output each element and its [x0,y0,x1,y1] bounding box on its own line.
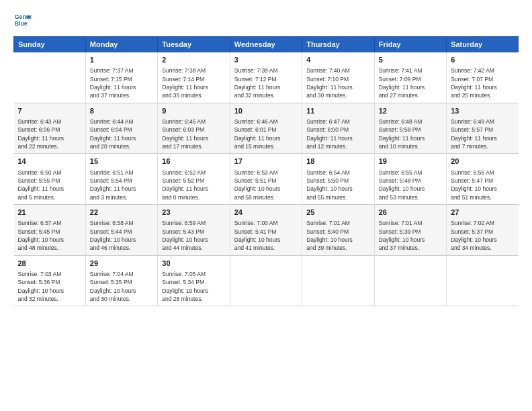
col-header-wednesday: Wednesday [230,37,302,52]
header-row: SundayMondayTuesdayWednesdayThursdayFrid… [14,37,519,52]
calendar-cell: 26Sunrise: 7:01 AM Sunset: 5:39 PM Dayli… [374,204,446,255]
cell-info: Sunrise: 7:01 AM Sunset: 5:40 PM Dayligh… [306,219,369,252]
week-row-5: 28Sunrise: 7:03 AM Sunset: 5:36 PM Dayli… [14,255,519,306]
calendar-cell [374,255,446,306]
day-number: 16 [162,156,225,167]
cell-info: Sunrise: 7:03 AM Sunset: 5:36 PM Dayligh… [18,270,81,303]
col-header-monday: Monday [85,37,157,52]
day-number: 14 [18,156,81,167]
day-number: 8 [90,106,153,116]
day-number: 19 [379,156,442,167]
calendar-cell: 27Sunrise: 7:02 AM Sunset: 5:37 PM Dayli… [447,204,519,255]
day-number: 27 [451,208,514,218]
day-number: 7 [18,106,81,116]
calendar-cell: 7Sunrise: 6:43 AM Sunset: 6:06 PM Daylig… [14,103,86,154]
day-number: 1 [90,55,153,65]
calendar-cell: 24Sunrise: 7:00 AM Sunset: 5:41 PM Dayli… [230,204,302,255]
calendar-table: SundayMondayTuesdayWednesdayThursdayFrid… [13,36,519,306]
day-number: 30 [162,259,225,269]
logo: General Blue [13,11,34,30]
calendar-cell: 30Sunrise: 7:05 AM Sunset: 5:34 PM Dayli… [158,255,230,306]
calendar-cell [302,255,374,306]
header: General Blue [13,11,519,30]
col-header-tuesday: Tuesday [158,37,230,52]
cell-info: Sunrise: 6:47 AM Sunset: 6:00 PM Dayligh… [306,118,369,150]
calendar-cell: 20Sunrise: 6:56 AM Sunset: 5:47 PM Dayli… [447,154,519,205]
calendar-cell: 12Sunrise: 6:48 AM Sunset: 5:58 PM Dayli… [374,103,446,154]
day-number: 25 [306,208,369,218]
cell-info: Sunrise: 6:58 AM Sunset: 5:44 PM Dayligh… [90,219,153,252]
calendar-cell [447,255,519,306]
cell-info: Sunrise: 6:57 AM Sunset: 5:45 PM Dayligh… [18,219,81,252]
day-number: 18 [306,156,369,167]
calendar-cell: 29Sunrise: 7:04 AM Sunset: 5:35 PM Dayli… [85,255,157,306]
cell-info: Sunrise: 6:54 AM Sunset: 5:50 PM Dayligh… [306,169,369,201]
day-number: 28 [18,259,81,269]
week-row-4: 21Sunrise: 6:57 AM Sunset: 5:45 PM Dayli… [14,204,519,255]
cell-info: Sunrise: 6:44 AM Sunset: 6:04 PM Dayligh… [90,118,153,150]
calendar-cell: 11Sunrise: 6:47 AM Sunset: 6:00 PM Dayli… [302,103,374,154]
cell-info: Sunrise: 6:52 AM Sunset: 5:52 PM Dayligh… [162,169,225,201]
day-number: 4 [306,55,369,65]
cell-info: Sunrise: 7:00 AM Sunset: 5:41 PM Dayligh… [234,219,298,252]
week-row-1: 1Sunrise: 7:37 AM Sunset: 7:15 PM Daylig… [14,52,519,103]
day-number: 17 [234,156,298,167]
calendar-cell: 22Sunrise: 6:58 AM Sunset: 5:44 PM Dayli… [85,204,157,255]
calendar-cell: 16Sunrise: 6:52 AM Sunset: 5:52 PM Dayli… [158,154,230,205]
cell-info: Sunrise: 7:04 AM Sunset: 5:35 PM Dayligh… [90,270,153,303]
cell-info: Sunrise: 6:45 AM Sunset: 6:03 PM Dayligh… [162,118,225,150]
cell-info: Sunrise: 7:01 AM Sunset: 5:39 PM Dayligh… [379,219,442,252]
calendar-cell: 3Sunrise: 7:39 AM Sunset: 7:12 PM Daylig… [230,52,302,103]
cell-info: Sunrise: 7:02 AM Sunset: 5:37 PM Dayligh… [451,219,514,252]
calendar-cell: 14Sunrise: 6:50 AM Sunset: 5:55 PM Dayli… [14,154,86,205]
day-number: 26 [379,208,442,218]
calendar-cell: 19Sunrise: 6:55 AM Sunset: 5:48 PM Dayli… [374,154,446,205]
calendar-cell: 1Sunrise: 7:37 AM Sunset: 7:15 PM Daylig… [85,52,157,103]
calendar-cell: 8Sunrise: 6:44 AM Sunset: 6:04 PM Daylig… [85,103,157,154]
calendar-cell: 6Sunrise: 7:42 AM Sunset: 7:07 PM Daylig… [447,52,519,103]
day-number: 10 [234,106,298,116]
day-number: 13 [451,106,514,116]
calendar-cell: 9Sunrise: 6:45 AM Sunset: 6:03 PM Daylig… [158,103,230,154]
cell-info: Sunrise: 6:53 AM Sunset: 5:51 PM Dayligh… [234,169,298,201]
day-number: 12 [379,106,442,116]
day-number: 24 [234,208,298,218]
day-number: 6 [451,55,514,65]
cell-info: Sunrise: 6:48 AM Sunset: 5:58 PM Dayligh… [379,118,442,150]
cell-info: Sunrise: 6:51 AM Sunset: 5:54 PM Dayligh… [90,169,153,201]
calendar-cell: 15Sunrise: 6:51 AM Sunset: 5:54 PM Dayli… [85,154,157,205]
day-number: 15 [90,156,153,167]
day-number: 3 [234,55,298,65]
cell-info: Sunrise: 6:50 AM Sunset: 5:55 PM Dayligh… [18,169,81,201]
calendar-cell: 4Sunrise: 7:40 AM Sunset: 7:10 PM Daylig… [302,52,374,103]
cell-info: Sunrise: 6:59 AM Sunset: 5:43 PM Dayligh… [162,219,225,252]
day-number: 23 [162,208,225,218]
calendar-cell: 28Sunrise: 7:03 AM Sunset: 5:36 PM Dayli… [14,255,86,306]
cell-info: Sunrise: 6:55 AM Sunset: 5:48 PM Dayligh… [379,169,442,201]
page: General Blue SundayMondayTuesdayWednesda… [0,0,532,411]
calendar-cell: 10Sunrise: 6:46 AM Sunset: 6:01 PM Dayli… [230,103,302,154]
cell-info: Sunrise: 7:37 AM Sunset: 7:15 PM Dayligh… [90,66,153,99]
week-row-2: 7Sunrise: 6:43 AM Sunset: 6:06 PM Daylig… [14,103,519,154]
day-number: 2 [162,55,225,65]
col-header-saturday: Saturday [447,37,519,52]
calendar-cell: 21Sunrise: 6:57 AM Sunset: 5:45 PM Dayli… [14,204,86,255]
calendar-cell: 2Sunrise: 7:38 AM Sunset: 7:14 PM Daylig… [158,52,230,103]
calendar-cell: 17Sunrise: 6:53 AM Sunset: 5:51 PM Dayli… [230,154,302,205]
cell-info: Sunrise: 7:41 AM Sunset: 7:09 PM Dayligh… [379,66,442,99]
calendar-cell [14,52,86,103]
calendar-cell [230,255,302,306]
week-row-3: 14Sunrise: 6:50 AM Sunset: 5:55 PM Dayli… [14,154,519,205]
logo-icon: General Blue [13,11,32,30]
cell-info: Sunrise: 6:49 AM Sunset: 5:57 PM Dayligh… [451,118,514,150]
day-number: 11 [306,106,369,116]
col-header-sunday: Sunday [14,37,86,52]
day-number: 21 [18,208,81,218]
cell-info: Sunrise: 7:42 AM Sunset: 7:07 PM Dayligh… [451,66,514,99]
day-number: 22 [90,208,153,218]
day-number: 5 [379,55,442,65]
calendar-cell: 5Sunrise: 7:41 AM Sunset: 7:09 PM Daylig… [374,52,446,103]
cell-info: Sunrise: 6:43 AM Sunset: 6:06 PM Dayligh… [18,118,81,150]
cell-info: Sunrise: 7:39 AM Sunset: 7:12 PM Dayligh… [234,66,298,99]
cell-info: Sunrise: 7:38 AM Sunset: 7:14 PM Dayligh… [162,66,225,99]
